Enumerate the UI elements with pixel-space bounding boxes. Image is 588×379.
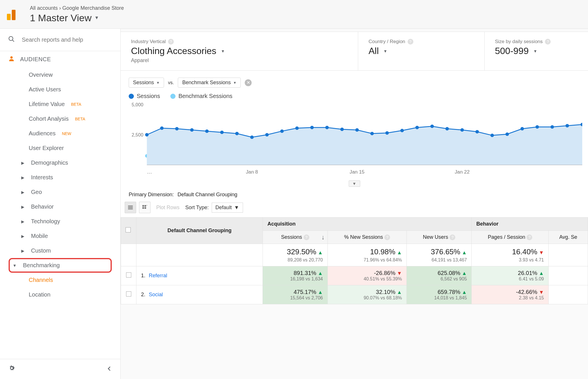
row-checkbox[interactable] [126, 272, 131, 278]
sidebar-item-channels[interactable]: Channels [0, 273, 120, 287]
svg-point-39 [205, 129, 209, 133]
sort-type-select[interactable]: Default▼ [212, 203, 243, 213]
svg-rect-78 [142, 207, 144, 209]
sidebar-item-user-explorer[interactable]: User Explorer [0, 141, 120, 155]
row-checkbox[interactable] [126, 291, 131, 297]
svg-point-40 [220, 131, 223, 134]
col-sessions[interactable]: Sessions ?↓ [263, 231, 328, 244]
app-header: All accounts › Google Merchandise Store … [0, 0, 588, 29]
metric-a-selector[interactable]: Sessions▼ [129, 78, 164, 88]
remove-metric-button[interactable]: ✕ [245, 79, 252, 86]
expand-chart-button[interactable]: ▼ [349, 180, 360, 187]
beta-badge: BETA [71, 102, 81, 107]
help-icon[interactable]: ? [304, 234, 309, 240]
view-selector[interactable]: 1 Master View ▼ [30, 12, 124, 24]
ga-logo-icon [7, 9, 18, 20]
svg-rect-72 [128, 206, 133, 207]
svg-point-58 [490, 134, 494, 137]
legend-benchmark: Benchmark Sessions [170, 93, 232, 99]
filter-country-region[interactable]: Country / Region? All▼ [358, 32, 485, 70]
svg-point-45 [295, 126, 299, 130]
help-icon[interactable]: ? [527, 234, 532, 240]
sidebar-item-location[interactable]: Location [0, 287, 120, 302]
sort-desc-icon: ↓ [321, 234, 325, 241]
col-avg-session[interactable]: Avg. Se [549, 231, 588, 244]
breadcrumb-store[interactable]: Google Merchandise Store [62, 5, 124, 11]
help-icon[interactable]: ? [384, 234, 390, 240]
sidebar-item-overview[interactable]: Overview [0, 68, 120, 82]
col-new-users[interactable]: New Users ? [407, 231, 472, 244]
col-new-sessions[interactable]: % New Sessions ? [328, 231, 407, 244]
help-icon[interactable]: ? [408, 39, 413, 45]
sidebar-item-behavior[interactable]: ▶Behavior [0, 199, 120, 214]
svg-point-42 [250, 135, 254, 139]
svg-text:…: … [147, 169, 152, 175]
svg-rect-75 [142, 205, 144, 207]
svg-point-49 [355, 128, 359, 132]
chevron-right-icon: ▶ [20, 161, 26, 165]
sidebar-item-interests[interactable]: ▶Interests [0, 170, 120, 185]
channel-link[interactable]: Referral [149, 273, 167, 278]
filter-size-daily-sessions[interactable]: Size by daily sessions? 500-999▼ [485, 32, 588, 70]
filter-industry-vertical[interactable]: Industry Vertical? Clothing Accessories▼… [121, 32, 358, 70]
svg-point-52 [400, 129, 404, 132]
plot-rows-button[interactable]: Plot Rows [153, 205, 182, 211]
vs-label: vs. [168, 80, 174, 85]
chevron-right-icon: ▶ [20, 234, 26, 238]
sidebar-section-label: AUDIENCE [20, 56, 51, 63]
sidebar-section-audience[interactable]: AUDIENCE [0, 51, 120, 68]
help-icon[interactable]: ? [450, 234, 455, 240]
svg-point-48 [340, 128, 344, 131]
breadcrumb-sep: › [59, 5, 61, 11]
sidebar-item-custom[interactable]: ▶Custom [0, 243, 120, 258]
svg-point-61 [535, 125, 539, 129]
svg-point-0 [9, 36, 13, 41]
table-row: 2.Social475.17% ▲15,564 vs 2,70632.10% ▲… [121, 285, 588, 304]
sidebar-bottom [0, 359, 120, 379]
col-channel-grouping[interactable]: Default Channel Grouping [136, 218, 263, 244]
svg-point-51 [385, 131, 389, 135]
search-input[interactable] [22, 36, 112, 43]
chevron-right-icon: ▶ [20, 175, 26, 180]
col-checkbox [121, 218, 136, 244]
chevron-down-icon: ▼ [95, 15, 99, 20]
sidebar-item-demographics[interactable]: ▶Demographics [0, 155, 120, 170]
chevron-down-icon: ▼ [221, 49, 225, 53]
chevron-down-icon: ▼ [383, 49, 387, 53]
view-name: 1 Master View [30, 12, 92, 24]
sidebar-item-mobile[interactable]: ▶Mobile [0, 229, 120, 243]
sort-type-label: Sort Type: [185, 205, 209, 211]
sidebar-item-geo[interactable]: ▶Geo [0, 185, 120, 199]
chevron-right-icon: ▶ [20, 190, 26, 195]
chevron-down-icon: ▼ [156, 81, 160, 85]
breadcrumb[interactable]: All accounts › Google Merchandise Store [30, 5, 124, 11]
select-all-checkbox[interactable] [126, 227, 131, 232]
help-icon[interactable]: ? [168, 39, 174, 45]
breadcrumb-all-accounts[interactable]: All accounts [30, 5, 58, 11]
sidebar-item-active-users[interactable]: Active Users [0, 82, 120, 97]
svg-text:Jan 8: Jan 8 [246, 169, 258, 175]
sidebar-item-benchmarking[interactable]: ▼ Benchmarking [9, 258, 112, 273]
svg-point-38 [190, 128, 194, 132]
search-icon[interactable] [8, 36, 15, 44]
chevron-down-icon: ▼ [11, 263, 18, 268]
col-pages-session[interactable]: Pages / Session ? [472, 231, 549, 244]
collapse-sidebar-icon[interactable] [107, 365, 112, 374]
pivot-view-button[interactable] [139, 202, 151, 213]
sidebar-item-audiences[interactable]: AudiencesNEW [0, 126, 120, 141]
benchmark-chart: 5,0002,500…Jan 8Jan 15Jan 22 ▼ [121, 102, 588, 184]
help-icon[interactable]: ? [545, 39, 551, 45]
sidebar-item-lifetime-value[interactable]: Lifetime ValueBETA [0, 97, 120, 111]
svg-point-55 [445, 127, 449, 130]
svg-point-2 [10, 56, 13, 59]
sidebar-item-cohort[interactable]: Cohort AnalysisBETA [0, 111, 120, 126]
svg-rect-76 [144, 205, 146, 207]
table-view-button[interactable] [125, 202, 136, 213]
benchmark-table: Default Channel Grouping Acquisition Beh… [121, 217, 588, 304]
channel-link[interactable]: Social [149, 292, 163, 297]
metric-b-selector[interactable]: Benchmark Sessions▼ [178, 78, 241, 88]
svg-text:5,000: 5,000 [132, 102, 143, 107]
sidebar-item-technology[interactable]: ▶Technology [0, 214, 120, 229]
gear-icon[interactable] [8, 364, 16, 374]
svg-text:Jan 22: Jan 22 [455, 169, 470, 175]
